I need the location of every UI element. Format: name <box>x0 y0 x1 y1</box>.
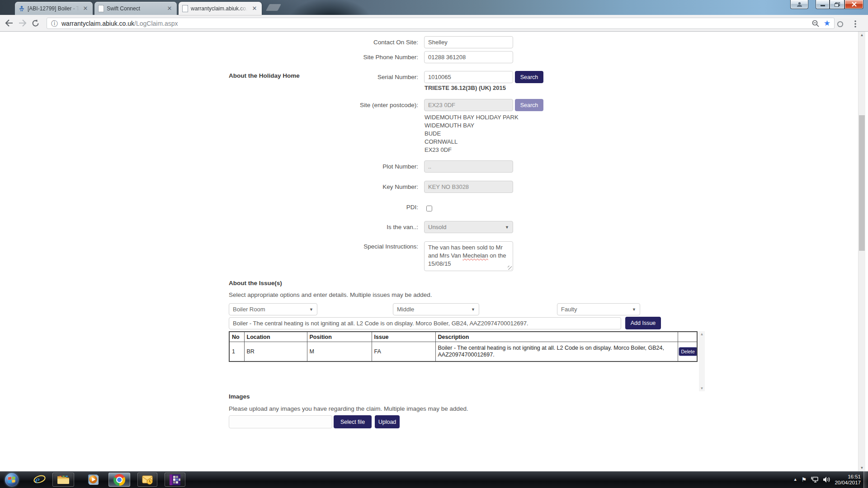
bookmark-star-icon[interactable]: ★ <box>824 19 830 27</box>
chevron-down-icon: ▼ <box>505 225 509 230</box>
maximize-button[interactable] <box>830 0 844 9</box>
cell-description: Boiler - The central heating is not igni… <box>435 342 678 362</box>
issues-table-header-row: No Location Position Issue Description <box>229 332 697 342</box>
zoom-icon[interactable] <box>812 20 819 27</box>
cell-issue: FA <box>372 342 435 362</box>
page-info-icon[interactable]: ⓘ <box>51 20 58 27</box>
taskbar-outlook-icon[interactable] <box>137 473 157 487</box>
taskbar-ie-icon[interactable]: e <box>29 473 50 487</box>
issues-table: No Location Position Issue Description 1… <box>229 331 698 362</box>
select-file-button[interactable]: Select file <box>334 415 372 428</box>
site-phone-input[interactable] <box>424 51 513 63</box>
plot-number-input[interactable] <box>424 160 513 173</box>
scrollbar-thumb[interactable] <box>859 115 865 251</box>
issue-fault-select[interactable]: Faulty▼ <box>557 303 640 315</box>
is-the-van-select[interactable]: Unsold▼ <box>424 221 513 233</box>
contact-on-site-input[interactable] <box>424 36 513 48</box>
refresh-icon[interactable] <box>30 18 41 28</box>
taskbar-explorer-icon[interactable] <box>52 473 74 487</box>
minimize-button[interactable] <box>816 0 830 9</box>
volume-icon[interactable] <box>823 476 830 483</box>
chevron-down-icon: ▼ <box>471 307 475 312</box>
new-tab-button[interactable] <box>266 4 281 11</box>
taskbar-wmp-icon[interactable] <box>84 473 103 487</box>
serial-number-input[interactable] <box>424 71 513 83</box>
serial-search-button[interactable]: Search <box>515 71 543 83</box>
action-center-flag-icon[interactable]: ⚑ <box>802 477 807 483</box>
images-heading: Images <box>229 393 250 400</box>
start-button[interactable] <box>4 473 20 487</box>
issue-location-select[interactable]: Boiler Room▼ <box>229 303 317 315</box>
tab-title: Swift Connect <box>107 5 163 12</box>
issues-instructions: Select appropriate options and enter det… <box>229 291 432 298</box>
abi-favicon <box>19 5 25 12</box>
clock-date: 20/04/2017 <box>835 480 861 486</box>
col-description: Description <box>435 332 678 342</box>
is-the-van-label: Is the van..: <box>283 221 418 233</box>
contact-on-site-label: Contact On Site: <box>283 36 418 48</box>
tab-swift-connect[interactable]: Swift Connect ✕ <box>94 2 177 15</box>
key-number-input[interactable] <box>424 181 513 193</box>
issues-heading: About the Issue(s) <box>229 280 282 286</box>
clock-time: 16:51 <box>835 474 861 480</box>
upload-button[interactable]: Upload <box>375 415 400 428</box>
close-button[interactable] <box>844 0 863 9</box>
url-text: warrantyclaim.abiuk.co.uk/LogClaim.aspx <box>61 20 178 27</box>
taskbar-clock[interactable]: 16:51 20/04/2017 <box>835 474 861 486</box>
site-address-line: WIDEMOUTH BAY <box>425 122 519 130</box>
taskbar-app-grid-icon[interactable] <box>165 473 185 487</box>
back-icon[interactable] <box>4 18 14 28</box>
site-postcode-label: Site (enter postcode): <box>283 99 418 111</box>
scroll-up-icon[interactable]: ▲ <box>699 331 705 337</box>
key-number-label: Key Number: <box>283 181 418 193</box>
browser-tab-strip: [ABI-12799] Boiler - The ✕ Swift Connect… <box>0 0 868 15</box>
tab-close-icon[interactable]: ✕ <box>166 5 173 12</box>
tab-close-icon[interactable]: ✕ <box>251 5 258 12</box>
col-no: No <box>229 332 244 342</box>
windows-logo-icon <box>5 473 19 487</box>
window-controls <box>790 0 863 10</box>
add-issue-button[interactable]: Add Issue <box>625 317 661 329</box>
taskbar-chrome-icon[interactable] <box>108 473 130 487</box>
textarea-resize-grip[interactable] <box>508 266 512 270</box>
hidden-icons-arrow[interactable]: ▲ <box>793 478 797 482</box>
site-address-line: CORNWALL <box>425 138 519 146</box>
pdi-checkbox[interactable] <box>426 206 432 211</box>
issue-description-input[interactable] <box>229 317 621 329</box>
extension-icon[interactable] <box>835 19 845 29</box>
browser-toolbar: ⓘ warrantyclaim.abiuk.co.uk/LogClaim.asp… <box>0 15 868 32</box>
warranty-claim-page: Contact On Site: Site Phone Number: Abou… <box>0 32 859 471</box>
profile-button[interactable] <box>790 0 808 9</box>
issue-position-select[interactable]: Middle▼ <box>393 303 479 315</box>
col-issue: Issue <box>372 332 435 342</box>
cell-no: 1 <box>229 342 244 362</box>
col-actions <box>678 332 697 342</box>
site-address-line: BUDE <box>425 130 519 138</box>
serial-number-label: Serial Number: <box>283 71 418 83</box>
browser-scrollbar[interactable]: ▲ ▼ <box>858 32 865 471</box>
cell-position: M <box>307 342 372 362</box>
issues-panel-scrollbar[interactable]: ▲ ▼ <box>699 331 705 391</box>
network-icon[interactable] <box>811 476 819 483</box>
menu-dots-icon[interactable] <box>850 19 861 29</box>
taskbar: e ▲ ⚑ 16:51 20/04/2017 <box>0 471 868 488</box>
address-bar[interactable]: ⓘ warrantyclaim.abiuk.co.uk/LogClaim.asp… <box>47 18 835 29</box>
tab-title: warrantyclaim.abiuk.co.uk <box>191 5 248 12</box>
show-desktop-button[interactable] <box>863 471 868 488</box>
scroll-down-icon[interactable]: ▼ <box>859 465 865 471</box>
special-instructions-textarea[interactable]: The van has been sold to Mr and Mrs Van … <box>424 241 513 271</box>
site-postcode-input[interactable] <box>424 99 513 111</box>
tab-warrantyclaim[interactable]: warrantyclaim.abiuk.co.uk ✕ <box>179 2 262 15</box>
scroll-down-icon[interactable]: ▼ <box>699 385 705 391</box>
forward-icon[interactable] <box>17 18 28 28</box>
scroll-up-icon[interactable]: ▲ <box>859 32 865 38</box>
system-tray: ▲ ⚑ 16:51 20/04/2017 <box>793 471 861 488</box>
page-favicon <box>98 5 104 12</box>
tab-close-icon[interactable]: ✕ <box>82 5 89 12</box>
chrome-logo-icon <box>113 474 125 486</box>
delete-issue-button[interactable]: Delete <box>679 347 697 356</box>
col-position: Position <box>307 332 372 342</box>
site-search-button[interactable]: Search <box>515 99 543 111</box>
tab-abi-boiler[interactable]: [ABI-12799] Boiler - The ✕ <box>15 2 93 15</box>
image-file-input[interactable] <box>229 415 332 428</box>
